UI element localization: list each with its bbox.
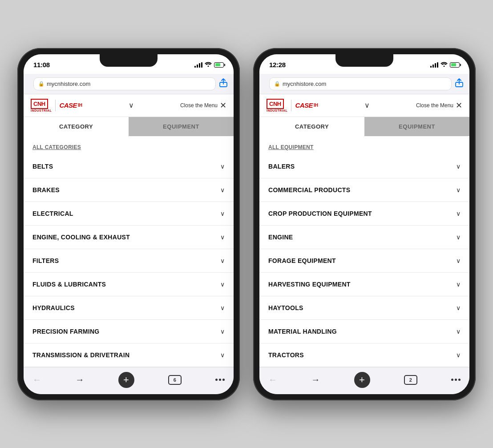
menu-item-label: ENGINE, COOLING & EXHAUST: [32, 234, 130, 241]
forward-button[interactable]: →: [311, 375, 320, 385]
close-icon[interactable]: ✕: [456, 101, 462, 110]
all-link[interactable]: ALL CATEGORIES: [24, 136, 234, 155]
back-button[interactable]: ←: [32, 375, 41, 385]
menu-item[interactable]: COMMERCIAL PRODUCTS ∨: [259, 178, 469, 202]
menu-item[interactable]: HARVESTING EQUIPMENT ∨: [259, 273, 469, 296]
chevron-down-icon: ∨: [456, 210, 461, 217]
notch: [100, 54, 158, 67]
chevron-down-icon: ∨: [220, 328, 225, 335]
new-tab-button[interactable]: +: [118, 372, 134, 388]
chevron-down-icon: ∨: [456, 163, 461, 170]
battery-icon: [214, 62, 224, 68]
tab-count-button[interactable]: 2: [404, 375, 417, 385]
menu-item[interactable]: HAYTOOLS ∨: [259, 296, 469, 320]
browser-nav: ← → + 6: [24, 367, 234, 394]
tab-equipment[interactable]: EQUIPMENT: [364, 117, 469, 136]
browser-bar: 🔒 mycnhistore.com: [24, 74, 234, 94]
phone-left: 11:08: [17, 48, 240, 400]
menu-item-label: HYDRAULICS: [32, 304, 75, 311]
status-time: 12:28: [269, 61, 286, 69]
cnh-text: CNH: [269, 101, 281, 107]
wifi-icon: [440, 61, 448, 68]
menu-item[interactable]: BELTS ∨: [24, 155, 234, 178]
more-button[interactable]: [215, 379, 225, 381]
all-link[interactable]: ALL EQUIPMENT: [259, 136, 469, 155]
case-logo: CASE IH: [295, 101, 318, 109]
logo-area: CNH INDUSTRIAL CASE IH: [31, 99, 82, 112]
tab-label: CATEGORY: [59, 123, 93, 130]
menu-item[interactable]: HYDRAULICS ∨: [24, 296, 234, 320]
menu-item[interactable]: ENGINE, COOLING & EXHAUST ∨: [24, 226, 234, 249]
battery-icon: [450, 62, 460, 68]
logo-divider: [55, 100, 56, 111]
case-brand-text: CASE: [295, 101, 313, 109]
share-button[interactable]: [455, 78, 463, 89]
tab-count-button[interactable]: 6: [168, 375, 182, 385]
signal-icon: [430, 62, 438, 68]
menu-item[interactable]: ENGINE ∨: [259, 226, 469, 249]
menu-item-label: BRAKES: [32, 186, 60, 194]
menu-item[interactable]: PRECISION FARMING ∨: [24, 320, 234, 343]
menu-item[interactable]: FORAGE EQUIPMENT ∨: [259, 249, 469, 273]
browser-nav: ← → + 2: [259, 367, 469, 394]
header-dropdown-button[interactable]: ∨: [363, 99, 372, 111]
phone-right: 12:28: [253, 48, 476, 400]
wifi-icon: [205, 61, 212, 68]
close-menu-area[interactable]: Close the Menu ✕: [180, 101, 226, 110]
phones-container: 11:08: [17, 48, 476, 400]
chevron-down-icon: ∨: [456, 304, 461, 311]
cnh-text: CNH: [33, 101, 45, 107]
menu-item-label: TRACTORS: [268, 351, 304, 359]
address-bar[interactable]: 🔒 mycnhistore.com: [33, 77, 216, 90]
menu-item-label: ENGINE: [268, 234, 293, 241]
new-tab-button[interactable]: +: [354, 372, 370, 388]
cnh-logo: CNH INDUSTRIAL: [267, 99, 287, 112]
menu-item[interactable]: MATERIAL HANDLING ∨: [259, 320, 469, 343]
menu-item-label: ELECTRICAL: [32, 210, 73, 217]
menu-item[interactable]: TRANSMISSION & DRIVETRAIN ∨: [24, 343, 234, 367]
share-button[interactable]: [219, 78, 227, 89]
chevron-down-icon: ∨: [456, 351, 461, 359]
logo-area: CNH INDUSTRIAL CASE IH: [267, 99, 318, 112]
tabs-bar: CATEGORY EQUIPMENT: [24, 117, 234, 136]
tab-equipment[interactable]: EQUIPMENT: [129, 117, 234, 136]
browser-bar: 🔒 mycnhistore.com: [259, 74, 469, 94]
status-icons: [430, 61, 460, 68]
menu-item[interactable]: ELECTRICAL ∨: [24, 202, 234, 226]
chevron-down-icon: ∨: [220, 163, 225, 170]
address-bar[interactable]: 🔒 mycnhistore.com: [269, 77, 452, 90]
status-time: 11:08: [33, 61, 50, 69]
case-brand-text: CASE: [59, 101, 77, 109]
signal-icon: [194, 62, 202, 68]
chevron-down-icon: ∨: [220, 351, 225, 359]
forward-button[interactable]: →: [75, 375, 84, 385]
more-button[interactable]: [451, 379, 461, 381]
tab-category[interactable]: CATEGORY: [259, 117, 364, 136]
chevron-down-icon: ∨: [220, 186, 225, 194]
menu-item-label: BELTS: [32, 163, 53, 170]
lock-icon: 🔒: [274, 81, 280, 87]
menu-item-label: COMMERCIAL PRODUCTS: [268, 186, 350, 194]
tab-label: EQUIPMENT: [163, 123, 199, 130]
back-button[interactable]: ←: [268, 375, 277, 385]
chevron-down-icon: ∨: [456, 186, 461, 194]
industrial-text: INDUSTRIAL: [31, 109, 52, 112]
close-menu-area[interactable]: Close the Menu ✕: [416, 101, 462, 110]
menu-item[interactable]: FILTERS ∨: [24, 249, 234, 273]
menu-item-label: MATERIAL HANDLING: [268, 328, 337, 335]
lock-icon: 🔒: [38, 81, 44, 87]
menu-item[interactable]: BALERS ∨: [259, 155, 469, 178]
tabs-bar: CATEGORY EQUIPMENT: [259, 117, 469, 136]
header-dropdown-button[interactable]: ∨: [127, 99, 136, 111]
menu-item-label: PRECISION FARMING: [32, 328, 100, 335]
menu-item[interactable]: TRACTORS ∨: [259, 343, 469, 367]
tab-category[interactable]: CATEGORY: [24, 117, 129, 136]
chevron-down-icon: ∨: [456, 328, 461, 335]
cnh-logo: CNH INDUSTRIAL: [31, 99, 52, 112]
menu-item[interactable]: FLUIDS & LUBRICANTS ∨: [24, 273, 234, 296]
menu-item[interactable]: CROP PRODUCTION EQUIPMENT ∨: [259, 202, 469, 226]
menu-item[interactable]: BRAKES ∨: [24, 178, 234, 202]
close-icon[interactable]: ✕: [220, 101, 226, 110]
app-header: CNH INDUSTRIAL CASE IH ∨ Close the Menu …: [24, 94, 234, 117]
industrial-text: INDUSTRIAL: [267, 109, 287, 112]
